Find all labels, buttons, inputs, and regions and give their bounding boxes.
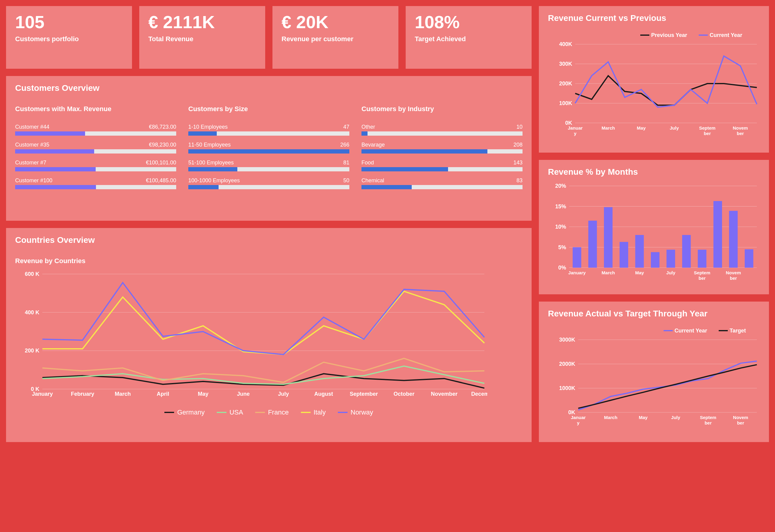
bar-label: 1-10 Employees	[188, 124, 228, 130]
kpi-label: Customers portfolio	[15, 35, 123, 43]
svg-rect-34	[588, 221, 597, 268]
svg-text:Januar: Januar	[568, 125, 583, 130]
svg-text:February: February	[71, 391, 94, 397]
bar-value: €98,230.00	[149, 142, 176, 148]
bar-value: €100,485.00	[146, 177, 176, 184]
bar-label: Bevarage	[361, 142, 385, 148]
bar-value: 10	[517, 124, 523, 130]
svg-text:April: April	[157, 391, 169, 397]
svg-text:ber: ber	[704, 131, 711, 136]
bar-label: Food	[361, 159, 374, 166]
svg-text:Novem: Novem	[733, 125, 748, 130]
svg-text:March: March	[115, 391, 131, 397]
svg-text:3000K: 3000K	[559, 337, 575, 343]
bar-value: 266	[340, 142, 349, 148]
barline-row: 51-100 Employees81	[188, 159, 349, 171]
legend-label: Italy	[313, 409, 326, 416]
bar-label: Customer #100	[15, 177, 52, 184]
chart-title: Revenue % by Months	[548, 167, 760, 177]
col-title: Customers by Industry	[361, 105, 523, 113]
bar-fill	[188, 131, 217, 136]
svg-text:Target: Target	[730, 328, 746, 334]
bar-track	[361, 185, 523, 189]
svg-text:0K: 0K	[565, 120, 572, 126]
svg-text:5%: 5%	[558, 244, 566, 250]
svg-text:July: July	[278, 391, 289, 397]
col-by-size: Customers by Size 1-10 Employees4711-50 …	[188, 105, 349, 195]
bar-track	[188, 149, 349, 153]
chart-revenue-vs-previous: Current YearPrevious Year0K100K200K300K4…	[548, 29, 760, 145]
legend-item: Italy	[301, 409, 326, 416]
chart-revenue-pct-months: 0%5%10%15%20%JanuaryMarchMayJulySeptembe…	[548, 183, 760, 287]
legend-label: France	[268, 409, 288, 416]
svg-text:300K: 300K	[559, 61, 572, 67]
svg-text:y: y	[574, 131, 577, 136]
bar-track	[15, 149, 176, 153]
kpi-target-achieved: 108% Target Achieved	[406, 6, 532, 69]
bar-track	[361, 131, 523, 136]
svg-text:July: July	[671, 415, 681, 420]
bar-label: 11-50 Employees	[188, 142, 231, 148]
svg-text:ber: ber	[704, 420, 712, 425]
bar-track	[361, 149, 523, 153]
svg-text:May: May	[635, 270, 644, 275]
svg-rect-41	[698, 250, 706, 268]
svg-text:Current Year: Current Year	[710, 32, 742, 38]
bar-fill	[15, 167, 96, 171]
svg-text:200 K: 200 K	[25, 348, 39, 354]
svg-text:July: July	[666, 270, 676, 275]
bar-value: 143	[514, 159, 523, 166]
kpi-value: € 20K	[281, 13, 389, 31]
svg-text:July: July	[670, 125, 679, 130]
section-title: Countries Overview	[15, 235, 523, 245]
bar-label: Customer #35	[15, 142, 49, 148]
col-by-industry: Customers by Industry Other10Bevarage208…	[361, 105, 523, 195]
card-countries-overview: Countries Overview Revenue by Countries …	[6, 228, 532, 442]
legend-swatch	[255, 412, 265, 413]
bar-track	[15, 131, 176, 136]
chart-title: Revenue Actual vs Target Through Year	[548, 309, 760, 319]
col-title: Customers with Max. Revenue	[15, 105, 176, 113]
svg-text:400K: 400K	[559, 41, 572, 47]
svg-text:November: November	[431, 391, 458, 397]
bar-value: 81	[343, 159, 349, 166]
bar-fill	[361, 185, 412, 189]
svg-text:400 K: 400 K	[25, 310, 39, 316]
bar-fill	[188, 149, 349, 153]
kpi-label: Target Achieved	[415, 35, 523, 43]
barline-row: Customer #7€100,101.00	[15, 159, 176, 171]
kpi-label: Total Revenue	[148, 35, 256, 43]
svg-text:January: January	[32, 391, 53, 397]
bar-value: 47	[343, 124, 349, 130]
svg-text:2000K: 2000K	[559, 361, 575, 367]
legend-swatch	[338, 412, 347, 413]
svg-text:20%: 20%	[555, 183, 566, 189]
bar-fill	[15, 185, 96, 189]
chart-actual-vs-target: TargetCurrent Year0K1000K2000K3000KJanua…	[548, 325, 760, 435]
svg-rect-42	[714, 201, 722, 268]
bar-fill	[361, 131, 367, 136]
bar-label: 100-1000 Employees	[188, 177, 240, 184]
legend-item: Germany	[164, 409, 204, 416]
legend-swatch	[164, 412, 174, 413]
svg-text:Novem: Novem	[733, 415, 748, 420]
bar-fill	[361, 167, 448, 171]
svg-text:1000K: 1000K	[559, 385, 575, 391]
bar-fill	[188, 185, 218, 189]
svg-text:October: October	[394, 391, 415, 397]
svg-text:0%: 0%	[558, 264, 566, 271]
svg-text:600 K: 600 K	[25, 271, 39, 277]
bar-track	[15, 167, 176, 171]
legend-item: France	[255, 409, 288, 416]
barline-row: Other10	[361, 124, 523, 136]
svg-text:Current Year: Current Year	[675, 328, 707, 334]
barline-row: Customer #100€100,485.00	[15, 177, 176, 189]
svg-text:September: September	[350, 391, 378, 397]
kpi-total-revenue: € 2111K Total Revenue	[139, 6, 265, 69]
legend-label: USA	[229, 409, 243, 416]
bar-label: Customer #44	[15, 124, 49, 130]
barline-row: Customer #35€98,230.00	[15, 142, 176, 153]
kpi-revenue-per-customer: € 20K Revenue per customer	[272, 6, 399, 69]
bar-track	[188, 131, 349, 136]
barline-row: 11-50 Employees266	[188, 142, 349, 153]
